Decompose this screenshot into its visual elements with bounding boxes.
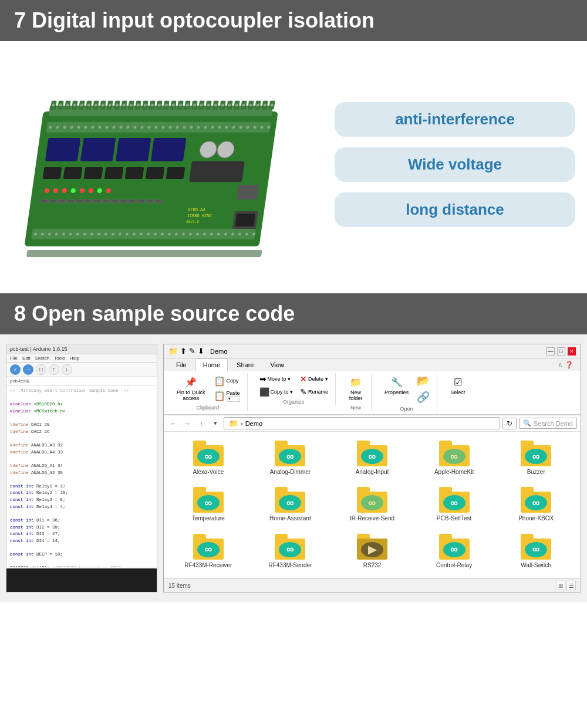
clipboard-label: Clipboard xyxy=(197,405,220,411)
rename-button[interactable]: ✎ Rename xyxy=(298,386,330,398)
copy-button[interactable]: 📋 Copy xyxy=(211,374,242,388)
search-icon: 🔍 xyxy=(523,419,531,427)
svg-rect-103 xyxy=(151,138,187,161)
file-item-apple-homekit[interactable]: ∞ Apple-HomeKit xyxy=(414,436,494,480)
file-item-pcb-selftest[interactable]: ∞ PCB-SelfTest xyxy=(414,483,494,527)
verify-button[interactable]: ✓ xyxy=(10,364,21,375)
save-button[interactable]: ↓ xyxy=(62,364,72,375)
win-controls[interactable]: — □ ✕ xyxy=(546,347,576,355)
folder-icon-control-relay: ∞ xyxy=(439,534,470,560)
code-define-6: #define ANALOG_A2 35 xyxy=(10,470,153,477)
file-item-rf433m-receiver[interactable]: ∞ RF433M-Receiver xyxy=(168,530,248,574)
file-name-apple-homekit: Apple-HomeKit xyxy=(434,469,474,475)
properties-button[interactable]: 🔧 Properties xyxy=(381,373,412,405)
title-toolbar-icon-2: ✎ xyxy=(189,347,195,355)
new-button[interactable]: □ xyxy=(36,364,46,375)
move-to-label: Move to ▾ xyxy=(268,376,291,382)
back-button[interactable]: ← xyxy=(167,418,179,429)
svg-rect-102 xyxy=(116,138,151,161)
copy-to-button[interactable]: ⬛ Copy to ▾ xyxy=(257,386,296,398)
search-box[interactable]: 🔍 Search Demo xyxy=(519,418,577,429)
paste-dropdown[interactable]: ▾ xyxy=(227,396,240,402)
win-minimize[interactable]: — xyxy=(546,347,555,355)
view-buttons: ⊞ ☰ xyxy=(556,581,576,590)
file-item-wall-switch[interactable]: ∞ Wall-Switch xyxy=(496,530,576,574)
svg-rect-122 xyxy=(41,199,48,203)
copy-label: Copy xyxy=(227,378,239,384)
folder-icon-home-assistant: ∞ xyxy=(275,487,305,513)
folder-overlay-buzzer: ∞ xyxy=(525,449,547,464)
paste-button[interactable]: 📋 Paste ▾ xyxy=(211,389,242,403)
list-view-button[interactable]: ☰ xyxy=(566,581,576,590)
file-item-rf433m-sender[interactable]: ∞ RF433M-Sender xyxy=(251,530,330,574)
copy-paste-group: 📋 Copy 📋 Paste ▾ xyxy=(211,374,242,403)
organize-buttons: ➡ Move to ▾ ⬛ Copy to ▾ ✕ Delete ▾ xyxy=(257,373,331,398)
open-dropdown-2[interactable]: 🔗 xyxy=(414,390,432,405)
file-name-pcb-selftest: PCB-SelfTest xyxy=(437,515,471,522)
file-item-temperature[interactable]: ∞ Temperature xyxy=(168,483,248,527)
new-folder-button[interactable]: 📁 Newfolder xyxy=(345,373,366,404)
ribbon-tab-home[interactable]: Home xyxy=(195,358,228,371)
pin-quick-access-button[interactable]: 📌 Pin to Quickaccess xyxy=(173,373,209,404)
file-item-ir-receive-send[interactable]: ∞ IR-Receive-Send xyxy=(332,483,412,527)
folder-overlay-pcb-selftest: ∞ xyxy=(443,495,465,510)
code-const-8: const int DI4 = 14; xyxy=(10,538,153,545)
code-blank-2 xyxy=(10,415,153,422)
menu-sketch[interactable]: Sketch xyxy=(35,355,49,361)
code-include-1: #include <DS18B20.h> xyxy=(10,401,153,408)
file-item-phone-kbox[interactable]: ∞ Phone-KBOX xyxy=(496,483,576,527)
ribbon-tab-view[interactable]: View xyxy=(262,358,292,371)
up-button[interactable]: ↑ xyxy=(195,418,207,429)
recent-locations[interactable]: ▾ xyxy=(210,418,221,429)
ribbon-expand[interactable]: ∧ ❓ xyxy=(558,358,576,371)
delete-button[interactable]: ✕ Delete ▾ xyxy=(298,373,330,385)
select-label: Select xyxy=(450,390,465,395)
file-item-buzzer[interactable]: ∞ Buzzer xyxy=(496,436,576,480)
refresh-icon: ↻ xyxy=(507,419,512,428)
folder-icon-rf433m-sender: ∞ xyxy=(275,534,305,560)
pin-icon: 📌 xyxy=(184,375,197,388)
select-button[interactable]: ☑ Select xyxy=(447,373,468,398)
refresh-button[interactable]: ↻ xyxy=(502,418,517,429)
file-item-alexa-voice[interactable]: ∞ Alexa-Voice xyxy=(168,436,248,480)
code-blank-4 xyxy=(10,456,153,463)
title-toolbar-icon-1: ⬆ xyxy=(180,347,187,355)
file-item-home-assistant[interactable]: ∞ Home-Assistant xyxy=(251,483,330,527)
code-const-9: const int BEEP = 18; xyxy=(10,551,153,558)
file-item-rs232[interactable]: ▶ RS232 xyxy=(332,530,412,574)
feature-badge-2: Wide voltage xyxy=(335,147,575,182)
file-name-temperature: Temperature xyxy=(192,515,225,522)
file-item-analog-dimmer[interactable]: ∞ Analog-Dimmer xyxy=(251,436,330,480)
arduino-menu-bar[interactable]: File Edit Sketch Tools Help xyxy=(6,354,157,363)
open-sub-buttons: 📂 🔗 xyxy=(414,373,432,405)
menu-edit[interactable]: Edit xyxy=(22,355,31,361)
grid-view-button[interactable]: ⊞ xyxy=(556,581,565,590)
explorer-panel: 📁 ⬆ ✎ ⬇ Demo — □ ✕ File Home Share View … xyxy=(163,344,581,592)
move-to-button[interactable]: ➡ Move to ▾ xyxy=(257,373,296,385)
address-path-box[interactable]: 📁 › Demo xyxy=(224,417,500,429)
menu-help[interactable]: Help xyxy=(70,355,79,361)
svg-rect-125 xyxy=(67,199,75,203)
file-name-wall-switch: Wall-Switch xyxy=(521,562,551,568)
rename-icon: ✎ xyxy=(300,387,307,397)
open-button[interactable]: ↑ xyxy=(49,364,59,375)
file-item-control-relay[interactable]: ∞ Control-Relay xyxy=(414,530,494,574)
svg-rect-133 xyxy=(137,199,145,203)
win-close[interactable]: ✕ xyxy=(568,347,576,355)
status-bar: 15 items ⊞ ☰ xyxy=(164,578,581,592)
ribbon-tab-file[interactable]: File xyxy=(168,358,194,371)
open-dropdown-1[interactable]: 📂 xyxy=(414,373,432,388)
menu-tools[interactable]: Tools xyxy=(54,355,65,361)
upload-button[interactable]: → xyxy=(23,364,33,375)
menu-file[interactable]: File xyxy=(10,355,18,361)
svg-text:REV1.0: REV1.0 xyxy=(186,219,200,224)
svg-rect-1 xyxy=(26,250,262,257)
win-maximize[interactable]: □ xyxy=(557,347,565,355)
file-item-analog-input[interactable]: ∞ Analog-Input xyxy=(332,436,412,480)
forward-button[interactable]: → xyxy=(181,418,193,429)
ribbon-tab-share[interactable]: Share xyxy=(229,358,261,371)
arduino-sketch-label: pcb-test§ xyxy=(6,377,157,385)
svg-rect-107 xyxy=(43,167,62,179)
features-area: anti-interference Wide voltage long dist… xyxy=(329,102,575,227)
pin-label: Pin to Quickaccess xyxy=(177,390,205,401)
